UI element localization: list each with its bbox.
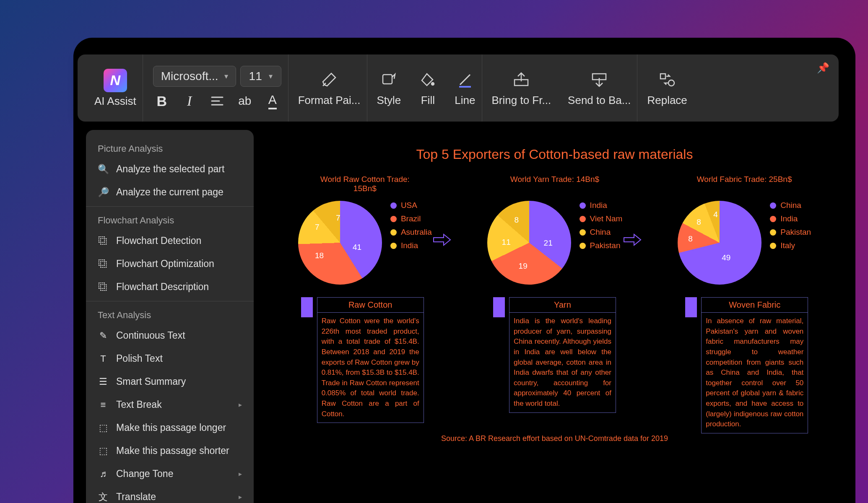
text-box-raw-cotton: Raw Cotton Raw Cotton were the world's 2… (301, 297, 424, 433)
text-box-yarn: Yarn India is the world's leading produc… (493, 297, 616, 433)
analyze-current-page-item[interactable]: 🔎 Analyze the current page (86, 181, 254, 204)
flowchart-optimization-item[interactable]: ⿻ Flowchart Optimization (86, 252, 254, 275)
svg-rect-8 (660, 74, 665, 79)
polish-text-item[interactable]: T Polish Text (86, 347, 254, 370)
app-window: 📌 N AI Assist Microsoft... ▾ 11 ▾ B I (73, 38, 855, 503)
svg-rect-5 (459, 86, 471, 88)
content-area: Top 5 Exporters of Cotton-based raw mate… (270, 147, 839, 503)
continuous-text-item[interactable]: ✎ Continuous Text (86, 324, 254, 347)
make-longer-item[interactable]: ⬚ Make this passage longer (86, 416, 254, 439)
format-painter-button[interactable]: Format Pai... (298, 70, 361, 107)
arrow-icon (623, 233, 642, 246)
text-boxes-row: Raw Cotton Raw Cotton were the world's 2… (270, 297, 839, 433)
italic-button[interactable]: I (180, 92, 199, 110)
font-color-button[interactable]: A (263, 92, 282, 110)
chart-title: World Fabric Trade: 25Bn$ (697, 175, 792, 195)
brush-icon (319, 70, 339, 90)
legend-item: India (580, 201, 623, 210)
shorter-icon: ⬚ (98, 446, 109, 456)
legend: India Viet Nam China Pakistan (580, 201, 623, 250)
legend-item: India (770, 214, 811, 223)
bring-front-icon (511, 70, 531, 90)
chart-yarn: World Yarn Trade: 14Bn$ 21 19 11 8 India… (487, 175, 623, 285)
purple-marker (685, 297, 697, 317)
text-box-title: Yarn (509, 298, 616, 313)
ai-assist-panel: Picture Analysis 🔍 Analyze the selected … (86, 130, 254, 503)
line-button[interactable]: Line (455, 70, 475, 107)
font-name-label: Microsoft... (161, 70, 218, 83)
flowchart-description-item[interactable]: ⿻ Flowchart Description (86, 275, 254, 298)
purple-marker (301, 297, 313, 317)
legend-item: China (770, 201, 811, 210)
text-break-item[interactable]: ≡ Text Break ▸ (86, 393, 254, 416)
chart-raw-cotton: World Raw Cotton Trade: 15Bn$ 41 18 7 7 … (298, 175, 432, 285)
legend-item: India (390, 241, 432, 250)
polish-text-icon: T (98, 353, 109, 364)
send-to-back-button[interactable]: Send to Ba... (568, 70, 631, 107)
analyze-selected-part-item[interactable]: 🔍 Analyze the selected part (86, 158, 254, 181)
chevron-right-icon: ▸ (239, 401, 242, 409)
text-break-icon: ≡ (98, 399, 109, 410)
smart-summary-item[interactable]: ☰ Smart Summary (86, 370, 254, 393)
chart-fabric: World Fabric Trade: 25Bn$ 49 8 8 4 China… (678, 175, 811, 285)
style-button[interactable]: Style (377, 70, 401, 107)
line-icon (455, 70, 475, 90)
text-box-woven-fabric: Woven Fabric In absence of raw material,… (685, 297, 808, 433)
make-shorter-item[interactable]: ⬚ Make this passage shorter (86, 439, 254, 462)
flowchart-detect-icon: ⿻ (98, 236, 109, 246)
chevron-right-icon: ▸ (239, 493, 242, 501)
font-size-label: 11 (249, 70, 262, 83)
font-size-dropdown[interactable]: 11 ▾ (240, 66, 281, 87)
flowchart-detection-item[interactable]: ⿻ Flowchart Detection (86, 229, 254, 252)
format-painter-label: Format Pai... (298, 94, 361, 107)
translate-icon: 文 (98, 492, 109, 503)
picture-analysis-header: Picture Analysis (86, 137, 254, 158)
svg-rect-3 (383, 75, 392, 84)
font-section: Microsoft... ▾ 11 ▾ B I ab A (146, 54, 288, 122)
legend: USA Brazil Asutralia India (390, 201, 432, 250)
flowchart-optimize-icon: ⿻ (98, 259, 109, 270)
pie-chart: 41 18 7 7 (298, 201, 382, 285)
legend-item: China (580, 228, 623, 237)
flowchart-describe-icon: ⿻ (98, 282, 109, 293)
pin-icon[interactable]: 📌 (817, 62, 829, 74)
bold-button[interactable]: B (153, 92, 171, 110)
font-name-dropdown[interactable]: Microsoft... ▾ (153, 66, 236, 87)
replace-section: Replace (641, 54, 693, 122)
chevron-down-icon: ▾ (224, 72, 228, 81)
legend-item: Viet Nam (580, 214, 623, 223)
legend-item: USA (390, 201, 432, 210)
legend-item: Pakistan (580, 241, 623, 250)
replace-button[interactable]: Replace (647, 70, 687, 107)
text-highlight-button[interactable]: ab (236, 92, 254, 110)
ai-assist-button[interactable]: N AI Assist (94, 69, 136, 108)
fill-button[interactable]: Fill (418, 70, 438, 107)
svg-point-9 (668, 80, 674, 86)
text-box-body: In absence of raw material, Pakistan's y… (702, 313, 808, 433)
arrow-icon (433, 233, 451, 246)
change-tone-item[interactable]: ♬ Change Tone ▸ (86, 462, 254, 485)
bring-to-front-button[interactable]: Bring to Fr... (492, 70, 551, 107)
style-fill-line-section: Style Fill Line (371, 54, 482, 122)
legend-item: Italy (770, 241, 811, 250)
chart-title: World Yarn Trade: 14Bn$ (510, 175, 599, 195)
legend-item: Asutralia (390, 228, 432, 237)
charts-row: World Raw Cotton Trade: 15Bn$ 41 18 7 7 … (270, 175, 839, 285)
ai-assist-section: N AI Assist (88, 54, 143, 122)
legend-item: Pakistan (770, 228, 811, 237)
text-box-title: Woven Fabric (702, 298, 808, 313)
text-analysis-header: Text Analysis (86, 304, 254, 324)
text-box-title: Raw Cotton (317, 298, 424, 313)
translate-item[interactable]: 文 Translate ▸ (86, 485, 254, 503)
divider (86, 301, 254, 301)
chart-title: World Raw Cotton Trade: 15Bn$ (317, 175, 413, 195)
legend-item: Brazil (390, 214, 432, 223)
format-painter-section: Format Pai... (292, 54, 367, 122)
align-button[interactable] (208, 92, 226, 110)
chevron-right-icon: ▸ (239, 470, 242, 478)
toolbar: 📌 N AI Assist Microsoft... ▾ 11 ▾ B I (78, 54, 839, 122)
analyze-page-icon: 🔎 (98, 187, 109, 198)
chevron-down-icon: ▾ (269, 72, 273, 81)
fill-icon (418, 70, 438, 90)
arrange-section: Bring to Fr... Send to Ba... (486, 54, 638, 122)
